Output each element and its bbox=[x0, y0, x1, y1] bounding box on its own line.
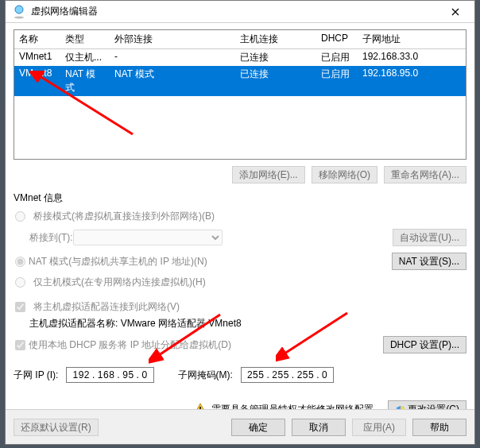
remove-network-button[interactable]: 移除网络(O) bbox=[312, 166, 377, 183]
host-adapter-checkbox[interactable] bbox=[15, 302, 25, 312]
ok-button[interactable]: 确定 bbox=[231, 419, 285, 436]
adapter-name-label: 主机虚拟适配器名称: VMware 网络适配器 VMnet8 bbox=[29, 317, 466, 330]
network-buttons-row: 添加网络(E)... 移除网络(O) 重命名网络(A)... bbox=[14, 166, 466, 183]
rename-network-button[interactable]: 重命名网络(A)... bbox=[384, 166, 466, 183]
col-type: 类型 bbox=[60, 30, 110, 48]
add-network-button[interactable]: 添加网络(E)... bbox=[232, 166, 305, 183]
col-dhcp: DHCP bbox=[316, 30, 358, 48]
close-button[interactable] bbox=[439, 2, 471, 22]
subnet-mask-label: 子网掩码(M): bbox=[178, 369, 233, 382]
app-icon bbox=[12, 5, 26, 19]
window-title: 虚拟网络编辑器 bbox=[31, 5, 439, 18]
content-area: 名称 类型 外部连接 主机连接 DHCP 子网地址 VMnet1 仅主机... … bbox=[14, 29, 466, 436]
help-button[interactable]: 帮助 bbox=[412, 419, 466, 436]
cancel-button[interactable]: 取消 bbox=[292, 419, 346, 436]
bridge-to-row: 桥接到(T): 自动设置(U)... bbox=[29, 228, 466, 247]
bridge-mode-row: 桥接模式(将虚拟机直接连接到外部网络)(B) bbox=[14, 210, 466, 223]
bridge-to-select[interactable] bbox=[73, 230, 223, 245]
bridge-to-label: 桥接到(T): bbox=[29, 231, 73, 245]
titlebar: 虚拟网络编辑器 bbox=[6, 1, 474, 23]
hostonly-radio[interactable] bbox=[15, 277, 25, 288]
dhcp-row: 使用本地 DHCP 服务将 IP 地址分配给虚拟机(D) DHCP 设置(P).… bbox=[14, 335, 466, 354]
bridge-label: 桥接模式(将虚拟机直接连接到外部网络)(B) bbox=[33, 210, 215, 223]
virtual-network-editor-window: 虚拟网络编辑器 名称 类型 外部连接 主机连接 DHCP 子网地址 VMnet1… bbox=[5, 0, 475, 445]
dialog-footer: 还原默认设置(R) 确定 取消 应用(A) 帮助 bbox=[6, 409, 474, 444]
subnet-mask-input[interactable]: 255.255.255.0 bbox=[241, 367, 334, 383]
nat-mode-row: NAT 模式(与虚拟机共享主机的 IP 地址)(N) NAT 设置(S)... bbox=[14, 252, 466, 271]
hostonly-label: 仅主机模式(在专用网络内连接虚拟机)(H) bbox=[33, 276, 206, 289]
table-header: 名称 类型 外部连接 主机连接 DHCP 子网地址 bbox=[14, 30, 466, 49]
bridge-radio[interactable] bbox=[15, 211, 25, 222]
host-adapter-row: 将主机虚拟适配器连接到此网络(V) bbox=[14, 300, 466, 314]
col-subnet: 子网地址 bbox=[358, 30, 461, 48]
table-row[interactable]: VMnet8 NAT 模式 NAT 模式 已连接 已启用 192.168.95.… bbox=[14, 66, 466, 96]
apply-button[interactable]: 应用(A) bbox=[352, 419, 406, 436]
col-name: 名称 bbox=[14, 30, 60, 48]
hostonly-mode-row: 仅主机模式(在专用网络内连接虚拟机)(H) bbox=[14, 276, 466, 289]
network-table[interactable]: 名称 类型 外部连接 主机连接 DHCP 子网地址 VMnet1 仅主机... … bbox=[14, 29, 466, 160]
svg-point-0 bbox=[15, 6, 23, 14]
dhcp-label: 使用本地 DHCP 服务将 IP 地址分配给虚拟机(D) bbox=[29, 338, 231, 352]
subnet-ip-input[interactable]: 192.168.95.0 bbox=[66, 367, 153, 383]
dhcp-settings-button[interactable]: DHCP 设置(P)... bbox=[383, 336, 466, 353]
vmnet-info-label: VMnet 信息 bbox=[14, 191, 466, 205]
subnet-ip-label: 子网 IP (I): bbox=[14, 369, 58, 382]
nat-radio[interactable] bbox=[15, 257, 25, 267]
dhcp-checkbox[interactable] bbox=[15, 340, 25, 350]
table-row[interactable]: VMnet1 仅主机... - 已连接 已启用 192.168.33.0 bbox=[14, 49, 466, 66]
nat-settings-button[interactable]: NAT 设置(S)... bbox=[392, 253, 466, 270]
close-icon bbox=[451, 8, 459, 16]
nat-label: NAT 模式(与虚拟机共享主机的 IP 地址)(N) bbox=[29, 255, 207, 268]
host-adapter-label: 将主机虚拟适配器连接到此网络(V) bbox=[33, 300, 180, 314]
subnet-row: 子网 IP (I): 192.168.95.0 子网掩码(M): 255.255… bbox=[14, 367, 466, 383]
restore-defaults-button[interactable]: 还原默认设置(R) bbox=[14, 419, 99, 436]
col-external: 外部连接 bbox=[110, 30, 235, 48]
col-host: 主机连接 bbox=[235, 30, 316, 48]
auto-settings-button[interactable]: 自动设置(U)... bbox=[393, 229, 466, 246]
svg-point-1 bbox=[14, 16, 24, 18]
